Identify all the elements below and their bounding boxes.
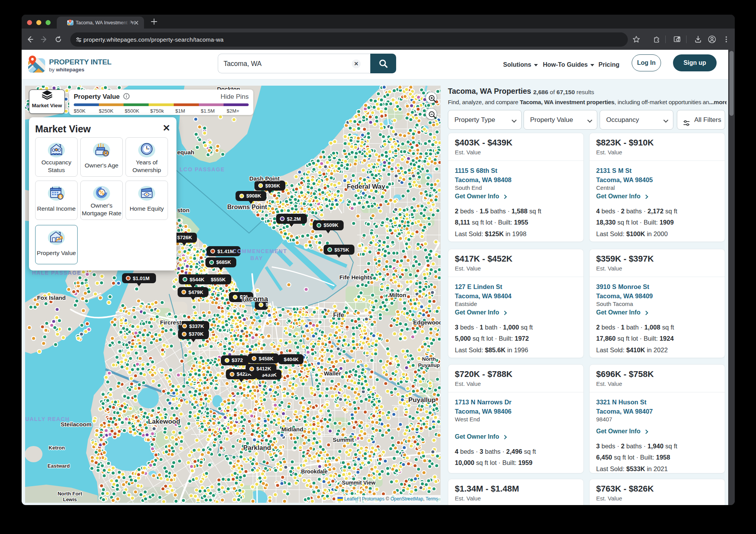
svg-text:Dash Point: Dash Point xyxy=(249,175,280,182)
svg-text:Ketron: Ketron xyxy=(49,445,65,451)
svg-text:Milton: Milton xyxy=(389,292,406,298)
svg-text:Puyallup: Puyallup xyxy=(418,362,440,368)
svg-text:Waller: Waller xyxy=(324,370,341,377)
svg-text:$479K: $479K xyxy=(188,289,203,295)
svg-text:$372: $372 xyxy=(232,357,243,363)
svg-text:Fircrest: Fircrest xyxy=(160,319,181,326)
svg-text:ston: ston xyxy=(177,207,190,213)
svg-text:$: $ xyxy=(59,194,61,199)
svg-text:North Fort: North Fort xyxy=(58,491,82,497)
svg-text:HALE PASSAGE: HALE PASSAGE xyxy=(32,270,81,276)
svg-text:Lakewood: Lakewood xyxy=(148,418,180,425)
svg-text:Browns Point: Browns Point xyxy=(227,204,267,210)
svg-text:Fox Island: Fox Island xyxy=(37,294,66,301)
svg-text:Fife: Fife xyxy=(333,312,344,318)
svg-text:$1.41M: $1.41M xyxy=(217,248,234,254)
svg-text:$575K: $575K xyxy=(334,247,349,253)
svg-text:$1.01M: $1.01M xyxy=(133,275,149,281)
svg-text:Parkland: Parkland xyxy=(243,444,271,451)
svg-text:$544K: $544K xyxy=(190,277,205,282)
svg-text:LCO PASSAGE: LCO PASSAGE xyxy=(180,166,225,172)
svg-text:North: North xyxy=(422,356,436,362)
svg-text:BAY: BAY xyxy=(251,255,263,261)
svg-text:$370K: $370K xyxy=(189,331,204,337)
svg-text:Midland: Midland xyxy=(281,426,303,433)
svg-text:$555K: $555K xyxy=(211,277,226,282)
svg-text:$685K: $685K xyxy=(216,259,231,265)
svg-text:$509K: $509K xyxy=(324,222,339,228)
svg-text:Edgewood: Edgewood xyxy=(413,319,441,326)
svg-text:$726K: $726K xyxy=(177,235,192,240)
svg-text:Tacoma: Tacoma xyxy=(241,295,268,303)
svg-text:Eastward: Eastward xyxy=(47,463,70,469)
svg-text:Federal Way: Federal Way xyxy=(347,183,385,190)
svg-text:$936K: $936K xyxy=(265,183,280,189)
svg-text:$337K: $337K xyxy=(189,323,204,329)
svg-text:$908K: $908K xyxy=(246,193,261,199)
svg-text:$458K: $458K xyxy=(259,356,274,362)
svg-text:$404K: $404K xyxy=(284,357,299,362)
svg-text:Fife Heights: Fife Heights xyxy=(339,274,373,281)
svg-text:$2.2M: $2.2M xyxy=(287,216,301,222)
svg-text:Summit View: Summit View xyxy=(342,480,376,486)
svg-text:QUALLY REACH: QUALLY REACH xyxy=(25,416,70,422)
svg-text:Brookdale: Brookdale xyxy=(301,468,328,475)
svg-text:COMMENCEMENT: COMMENCEMENT xyxy=(233,248,287,254)
svg-text:Puyallup: Puyallup xyxy=(409,396,436,404)
svg-text:Lewis: Lewis xyxy=(63,497,77,502)
svg-text:equah: equah xyxy=(177,149,194,155)
svg-text:$412K: $412K xyxy=(256,366,271,372)
svg-text:Summit: Summit xyxy=(332,436,354,443)
